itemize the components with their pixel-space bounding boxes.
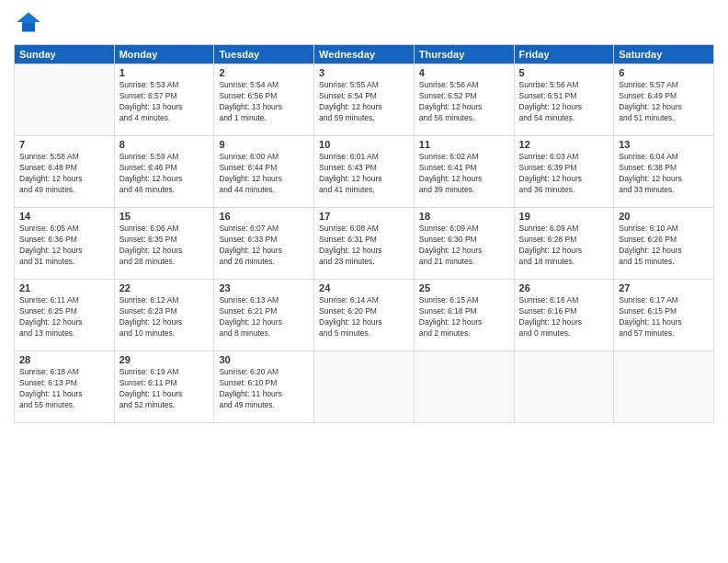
day-number: 13 [619, 139, 709, 150]
day-info: Sunrise: 6:11 AM Sunset: 6:25 PM Dayligh… [19, 295, 109, 339]
day-number: 23 [219, 282, 309, 293]
calendar-cell: 10Sunrise: 6:01 AM Sunset: 6:43 PM Dayli… [314, 136, 415, 208]
day-number: 28 [19, 354, 109, 365]
calendar-cell [614, 351, 714, 423]
day-number: 21 [19, 282, 109, 293]
calendar-cell: 2Sunrise: 5:54 AM Sunset: 6:56 PM Daylig… [214, 64, 314, 136]
logo [14, 9, 45, 39]
day-of-week-header: Saturday [614, 45, 714, 64]
calendar-cell: 23Sunrise: 6:13 AM Sunset: 6:21 PM Dayli… [214, 280, 314, 351]
day-info: Sunrise: 6:13 AM Sunset: 6:21 PM Dayligh… [219, 295, 309, 339]
calendar-cell: 5Sunrise: 5:56 AM Sunset: 6:51 PM Daylig… [514, 64, 614, 136]
day-info: Sunrise: 6:01 AM Sunset: 6:43 PM Dayligh… [319, 152, 409, 196]
day-number: 2 [219, 67, 309, 78]
day-info: Sunrise: 6:02 AM Sunset: 6:41 PM Dayligh… [419, 152, 509, 196]
day-number: 30 [219, 354, 309, 365]
day-info: Sunrise: 6:04 AM Sunset: 6:38 PM Dayligh… [619, 152, 709, 196]
day-info: Sunrise: 6:14 AM Sunset: 6:20 PM Dayligh… [319, 295, 409, 339]
day-number: 27 [619, 282, 709, 293]
calendar-cell [15, 64, 115, 136]
calendar-cell: 30Sunrise: 6:20 AM Sunset: 6:10 PM Dayli… [214, 351, 314, 423]
day-number: 11 [419, 139, 509, 150]
calendar-cell: 4Sunrise: 5:56 AM Sunset: 6:52 PM Daylig… [414, 64, 514, 136]
day-number: 24 [319, 282, 409, 293]
calendar-cell: 12Sunrise: 6:03 AM Sunset: 6:39 PM Dayli… [514, 136, 614, 208]
day-number: 19 [519, 211, 609, 222]
day-info: Sunrise: 5:57 AM Sunset: 6:49 PM Dayligh… [619, 80, 709, 124]
logo-icon [16, 9, 41, 35]
day-number: 20 [619, 211, 709, 222]
calendar-cell: 7Sunrise: 5:58 AM Sunset: 6:48 PM Daylig… [15, 136, 115, 208]
calendar-cell: 9Sunrise: 6:00 AM Sunset: 6:44 PM Daylig… [214, 136, 314, 208]
day-info: Sunrise: 6:06 AM Sunset: 6:35 PM Dayligh… [119, 224, 210, 268]
day-info: Sunrise: 6:10 AM Sunset: 6:26 PM Dayligh… [619, 224, 709, 268]
day-number: 3 [319, 67, 409, 78]
day-info: Sunrise: 5:59 AM Sunset: 6:46 PM Dayligh… [119, 152, 210, 196]
calendar-cell: 28Sunrise: 6:18 AM Sunset: 6:13 PM Dayli… [15, 351, 115, 423]
day-info: Sunrise: 6:05 AM Sunset: 6:36 PM Dayligh… [19, 224, 109, 268]
day-info: Sunrise: 6:17 AM Sunset: 6:15 PM Dayligh… [619, 295, 709, 339]
day-info: Sunrise: 6:12 AM Sunset: 6:23 PM Dayligh… [119, 295, 210, 339]
day-of-week-header: Wednesday [314, 45, 415, 64]
day-of-week-header: Tuesday [214, 45, 314, 64]
day-number: 17 [319, 211, 409, 222]
calendar-cell [314, 351, 415, 423]
calendar-header-row: SundayMondayTuesdayWednesdayThursdayFrid… [15, 45, 714, 64]
day-info: Sunrise: 5:56 AM Sunset: 6:52 PM Dayligh… [419, 80, 509, 124]
day-info: Sunrise: 6:16 AM Sunset: 6:16 PM Dayligh… [519, 295, 609, 339]
calendar-cell: 24Sunrise: 6:14 AM Sunset: 6:20 PM Dayli… [314, 280, 415, 351]
day-of-week-header: Friday [514, 45, 614, 64]
calendar-week-row: 21Sunrise: 6:11 AM Sunset: 6:25 PM Dayli… [15, 280, 714, 351]
day-of-week-header: Monday [114, 45, 214, 64]
calendar-cell: 3Sunrise: 5:55 AM Sunset: 6:54 PM Daylig… [314, 64, 415, 136]
day-number: 29 [119, 354, 210, 365]
day-number: 1 [119, 67, 210, 78]
day-info: Sunrise: 5:54 AM Sunset: 6:56 PM Dayligh… [219, 80, 309, 124]
calendar-cell: 27Sunrise: 6:17 AM Sunset: 6:15 PM Dayli… [614, 280, 714, 351]
day-info: Sunrise: 5:58 AM Sunset: 6:48 PM Dayligh… [19, 152, 109, 196]
day-info: Sunrise: 6:03 AM Sunset: 6:39 PM Dayligh… [519, 152, 609, 196]
day-number: 15 [119, 211, 210, 222]
day-number: 14 [19, 211, 109, 222]
calendar-cell: 17Sunrise: 6:08 AM Sunset: 6:31 PM Dayli… [314, 208, 415, 280]
day-number: 7 [19, 139, 109, 150]
calendar-cell: 14Sunrise: 6:05 AM Sunset: 6:36 PM Dayli… [15, 208, 115, 280]
day-info: Sunrise: 6:20 AM Sunset: 6:10 PM Dayligh… [219, 367, 309, 411]
day-number: 26 [519, 282, 609, 293]
svg-marker-1 [17, 13, 40, 24]
calendar-cell: 25Sunrise: 6:15 AM Sunset: 6:18 PM Dayli… [414, 280, 514, 351]
day-number: 16 [219, 211, 309, 222]
calendar-cell: 29Sunrise: 6:19 AM Sunset: 6:11 PM Dayli… [114, 351, 214, 423]
calendar-cell: 15Sunrise: 6:06 AM Sunset: 6:35 PM Dayli… [114, 208, 214, 280]
day-info: Sunrise: 6:19 AM Sunset: 6:11 PM Dayligh… [119, 367, 210, 411]
calendar-cell: 22Sunrise: 6:12 AM Sunset: 6:23 PM Dayli… [114, 280, 214, 351]
day-number: 12 [519, 139, 609, 150]
day-number: 25 [419, 282, 509, 293]
calendar-cell: 8Sunrise: 5:59 AM Sunset: 6:46 PM Daylig… [114, 136, 214, 208]
calendar-cell: 21Sunrise: 6:11 AM Sunset: 6:25 PM Dayli… [15, 280, 115, 351]
calendar-table: SundayMondayTuesdayWednesdayThursdayFrid… [14, 44, 714, 423]
calendar-cell [414, 351, 514, 423]
calendar-cell: 16Sunrise: 6:07 AM Sunset: 6:33 PM Dayli… [214, 208, 314, 280]
page: SundayMondayTuesdayWednesdayThursdayFrid… [0, 0, 728, 563]
calendar-cell: 20Sunrise: 6:10 AM Sunset: 6:26 PM Dayli… [614, 208, 714, 280]
day-info: Sunrise: 6:09 AM Sunset: 6:28 PM Dayligh… [519, 224, 609, 268]
day-number: 8 [119, 139, 210, 150]
day-number: 9 [219, 139, 309, 150]
day-number: 4 [419, 67, 509, 78]
day-number: 5 [519, 67, 609, 78]
calendar-week-row: 1Sunrise: 5:53 AM Sunset: 6:57 PM Daylig… [15, 64, 714, 136]
calendar-cell: 11Sunrise: 6:02 AM Sunset: 6:41 PM Dayli… [414, 136, 514, 208]
day-number: 18 [419, 211, 509, 222]
day-info: Sunrise: 6:08 AM Sunset: 6:31 PM Dayligh… [319, 224, 409, 268]
day-number: 6 [619, 67, 709, 78]
day-of-week-header: Thursday [414, 45, 514, 64]
day-info: Sunrise: 6:15 AM Sunset: 6:18 PM Dayligh… [419, 295, 509, 339]
calendar-cell [514, 351, 614, 423]
calendar-week-row: 7Sunrise: 5:58 AM Sunset: 6:48 PM Daylig… [15, 136, 714, 208]
day-info: Sunrise: 5:53 AM Sunset: 6:57 PM Dayligh… [119, 80, 210, 124]
calendar-week-row: 28Sunrise: 6:18 AM Sunset: 6:13 PM Dayli… [15, 351, 714, 423]
day-info: Sunrise: 6:18 AM Sunset: 6:13 PM Dayligh… [19, 367, 109, 411]
day-number: 10 [319, 139, 409, 150]
day-info: Sunrise: 5:56 AM Sunset: 6:51 PM Dayligh… [519, 80, 609, 124]
